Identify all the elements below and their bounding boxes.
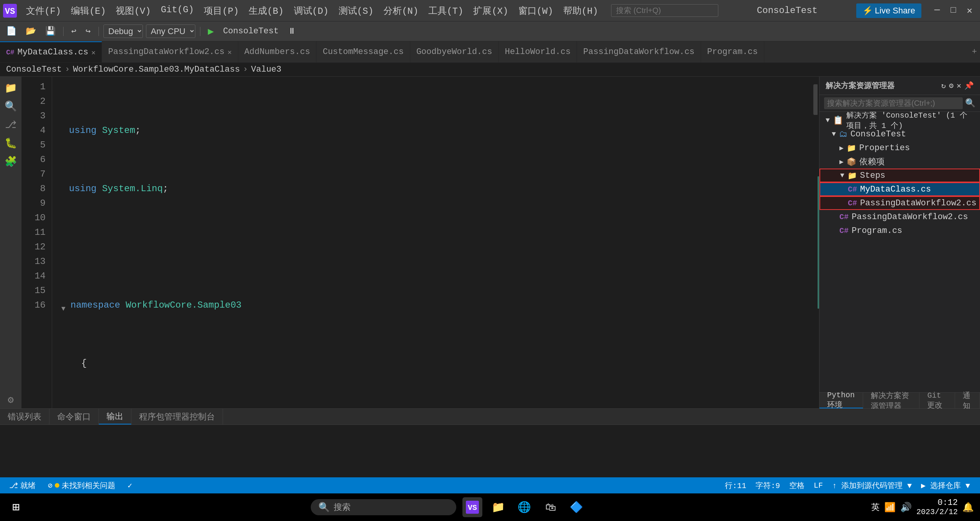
menu-help[interactable]: 帮助(H) xyxy=(559,3,603,18)
activity-search[interactable]: 🔍 xyxy=(2,98,19,115)
clock-display[interactable]: 0:12 2023/2/12 xyxy=(916,498,958,516)
taskbar-explorer-icon[interactable]: 📁 xyxy=(488,497,508,517)
tab-add-button[interactable]: + xyxy=(972,47,977,57)
panel-tab-cmd[interactable]: 命令窗口 xyxy=(49,409,99,424)
menu-project[interactable]: 项目(P) xyxy=(199,3,243,18)
menu-view[interactable]: 视图(V) xyxy=(111,3,155,18)
status-select-repo[interactable]: ▶ 选择仓库 ▼ xyxy=(917,480,974,491)
code-editor[interactable]: 1 2 3 4 5 6 7 8 9 10 11 12 13 14 15 16 xyxy=(21,77,812,408)
solution-node[interactable]: ▼ 📋 解决方案 'ConsoleTest' (1 个项目，共 1 个) xyxy=(819,113,980,127)
sidebar-tab-notify[interactable]: 通知 xyxy=(955,393,980,408)
menu-test[interactable]: 测试(S) xyxy=(334,3,378,18)
status-errors[interactable]: ⊘ 未找到相关问题 xyxy=(45,477,118,493)
platform-select[interactable]: Any CPU xyxy=(146,25,195,38)
close-button[interactable]: ✕ xyxy=(962,3,977,18)
activity-extensions[interactable]: 🧩 xyxy=(2,153,19,170)
maximize-button[interactable]: □ xyxy=(946,3,960,18)
tab-close-0[interactable]: ✕ xyxy=(91,48,95,57)
save-button[interactable]: 💾 xyxy=(42,25,59,38)
menu-analyze[interactable]: 分析(N) xyxy=(379,3,423,18)
tray-network-icon[interactable]: 📶 xyxy=(884,502,896,513)
breadcrumb-member[interactable]: Value3 xyxy=(251,65,281,74)
breadcrumb-project[interactable]: ConsoleTest xyxy=(6,65,62,74)
sidebar-search-input[interactable] xyxy=(824,97,963,109)
sidebar-tab-python[interactable]: Python 环境 xyxy=(819,393,863,408)
open-button[interactable]: 📂 xyxy=(23,25,39,38)
program-label: Program.cs xyxy=(852,226,902,236)
taskbar-search-bar[interactable]: 🔍 搜索 xyxy=(311,499,456,515)
tray-language-icon[interactable]: 英 xyxy=(871,501,880,513)
tab-passingdataworkflow[interactable]: PassingDataWorkflow.cs xyxy=(577,41,701,62)
editor-container: 1 2 3 4 5 6 7 8 9 10 11 12 13 14 15 16 xyxy=(21,77,812,408)
panel-tab-output[interactable]: 输出 xyxy=(99,409,131,424)
global-search-input[interactable] xyxy=(611,4,718,17)
tray-notification-icon[interactable]: 🔔 xyxy=(962,502,974,513)
menu-ext[interactable]: 扩展(X) xyxy=(469,3,513,18)
minimize-button[interactable]: ─ xyxy=(930,3,944,18)
panel-tab-bar: 错误列表 命令窗口 输出 程序包管理器控制台 xyxy=(0,409,980,425)
solution-arrow: ▼ xyxy=(826,116,830,124)
new-file-button[interactable]: 📄 xyxy=(3,25,20,38)
panel-tab-pkgmgr[interactable]: 程序包管理器控制台 xyxy=(131,409,223,424)
status-add-code-mgmt[interactable]: ↑ 添加到源代码管理 ▼ xyxy=(828,480,916,491)
steps-arrow: ▼ xyxy=(840,172,844,179)
tree-program[interactable]: C# Program.cs xyxy=(819,224,980,238)
sidebar-pin-icon[interactable]: 📌 xyxy=(964,81,974,90)
undo-button[interactable]: ↩ xyxy=(68,25,79,38)
live-share-button[interactable]: ⚡ Live Share xyxy=(856,3,921,18)
code-content[interactable]: using System; using System.Linq; ▼ names… xyxy=(52,77,812,408)
sidebar-search-icon[interactable]: 🔍 xyxy=(965,98,975,108)
status-col[interactable]: 字符:9 xyxy=(752,480,784,491)
status-branch[interactable]: ⎇ 就绪 xyxy=(6,477,39,493)
menu-debug[interactable]: 调试(D) xyxy=(289,3,333,18)
tree-dependencies[interactable]: ▶ 📦 依赖项 xyxy=(819,155,980,169)
taskbar-store-icon[interactable]: 🛍 xyxy=(541,497,560,517)
activity-debug[interactable]: 🐛 xyxy=(2,135,19,152)
tray-volume-icon[interactable]: 🔊 xyxy=(900,502,912,513)
tab-passingdataworkflow2[interactable]: PassingDataWorkflow2.cs ✕ xyxy=(102,41,238,62)
menu-tools[interactable]: 工具(T) xyxy=(424,3,468,18)
taskbar-other-icon[interactable]: 🔷 xyxy=(567,497,587,517)
vertical-scrollbar[interactable] xyxy=(812,77,819,408)
menu-git[interactable]: Git(G) xyxy=(156,3,198,18)
tab-mydataclass[interactable]: C# MyDataClass.cs ✕ xyxy=(0,41,102,62)
debug-mode-select[interactable]: Debug xyxy=(103,25,143,38)
sidebar-tab-solution[interactable]: 解决方案资源管理器 xyxy=(863,393,919,408)
tree-mydataclass[interactable]: C# MyDataClass.cs xyxy=(819,182,980,196)
menu-file[interactable]: 文件(F) xyxy=(21,3,66,18)
menu-edit[interactable]: 编辑(E) xyxy=(66,3,110,18)
activity-settings[interactable]: ⚙ xyxy=(2,392,19,408)
tree-passingdata-steps[interactable]: C# PassingDataWorkflow2.cs xyxy=(819,196,980,210)
tree-passingdata2[interactable]: C# PassingDataWorkflow2.cs xyxy=(819,210,980,224)
redo-button[interactable]: ↪ xyxy=(82,25,93,38)
taskbar-vs-icon[interactable]: VS xyxy=(462,497,482,517)
menu-window[interactable]: 窗口(W) xyxy=(514,3,558,18)
activity-explorer[interactable]: 📁 xyxy=(2,80,19,97)
tab-goodbyeworld[interactable]: GoodbyeWorld.cs xyxy=(410,41,499,62)
start-button[interactable]: ⊞ xyxy=(6,497,26,517)
tab-addnumbers[interactable]: AddNumbers.cs xyxy=(238,41,317,62)
taskbar-edge-icon[interactable]: 🌐 xyxy=(515,497,534,517)
activity-git[interactable]: ⎇ xyxy=(2,116,19,133)
run-button[interactable]: ▶ xyxy=(205,24,217,39)
status-check-icon-item[interactable]: ✓ xyxy=(125,477,135,493)
sidebar-close-icon[interactable]: ✕ xyxy=(957,81,961,90)
tab-custommessage[interactable]: CustomMessage.cs xyxy=(316,41,410,62)
sidebar-tab-git[interactable]: Git 更改 xyxy=(919,393,955,408)
status-spaces[interactable]: 空格 xyxy=(785,480,808,491)
tree-steps[interactable]: ▼ 📁 Steps xyxy=(819,169,980,182)
status-line[interactable]: 行:11 xyxy=(721,480,750,491)
status-encoding[interactable]: LF xyxy=(810,481,827,490)
tab-helloworld[interactable]: HelloWorld.cs xyxy=(499,41,577,62)
expand-4[interactable]: ▼ xyxy=(61,301,69,309)
tree-properties[interactable]: ▶ 📁 Properties xyxy=(819,141,980,155)
clock-date: 2023/2/12 xyxy=(916,508,958,516)
breadcrumb-namespace[interactable]: WorkflowCore.Sample03.MyDataClass xyxy=(73,65,240,74)
sidebar-settings-icon[interactable]: ⚙ xyxy=(949,81,954,90)
panel-tab-errors[interactable]: 错误列表 xyxy=(0,409,49,424)
pause-button[interactable]: ⏸ xyxy=(285,25,299,38)
menu-build[interactable]: 生成(B) xyxy=(244,3,288,18)
tab-close-1[interactable]: ✕ xyxy=(228,48,232,56)
sidebar-sync-icon[interactable]: ↻ xyxy=(941,81,946,90)
tab-program[interactable]: Program.cs xyxy=(701,41,764,62)
